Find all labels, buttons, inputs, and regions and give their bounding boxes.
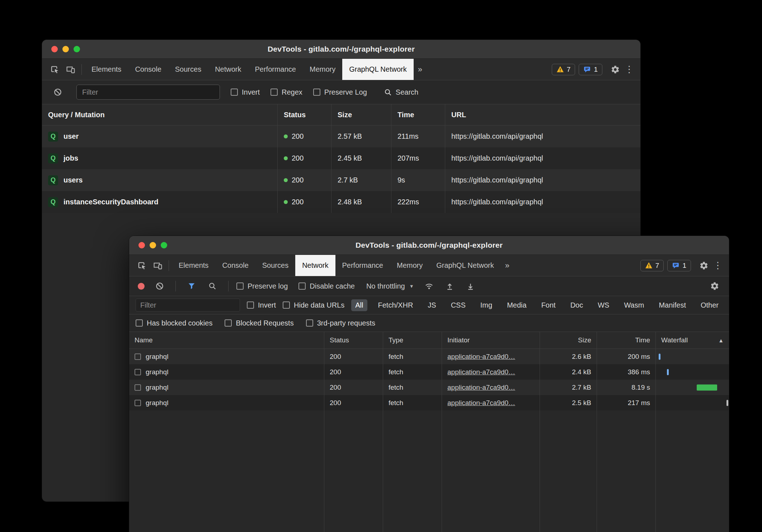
tab-network[interactable]: Network <box>295 255 335 276</box>
record-network-log-button[interactable] <box>138 283 145 290</box>
network-filter-input[interactable] <box>136 299 240 312</box>
row-checkbox[interactable] <box>135 369 141 375</box>
settings-gear-icon[interactable] <box>696 258 712 274</box>
table-header-row[interactable]: Query / Mutation Status Size Time URL <box>42 104 640 125</box>
device-toolbar-icon[interactable] <box>150 258 166 274</box>
preserve-log-checkbox[interactable]: Preserve log <box>236 282 288 290</box>
tab-performance[interactable]: Performance <box>248 59 303 80</box>
tab-console[interactable]: Console <box>128 59 168 80</box>
third-party-requests-checkbox[interactable]: 3rd-party requests <box>306 319 375 327</box>
col-status[interactable]: Status <box>277 104 331 125</box>
search-icon[interactable] <box>204 278 220 294</box>
tab-graphql-network[interactable]: GraphQL Network <box>429 255 500 276</box>
filter-type-img[interactable]: Img <box>476 299 496 311</box>
col-time[interactable]: Time <box>597 332 655 348</box>
disable-cache-checkbox[interactable]: Disable cache <box>298 282 355 290</box>
issues-badge[interactable]: 1 <box>667 260 691 271</box>
filter-type-font[interactable]: Font <box>537 299 560 311</box>
zoom-button[interactable] <box>161 242 167 248</box>
titlebar-back[interactable]: DevTools - gitlab.com/-/graphql-explorer <box>42 40 640 59</box>
tab-console[interactable]: Console <box>215 255 255 276</box>
col-query-mutation[interactable]: Query / Mutation <box>42 104 277 125</box>
kebab-menu-icon[interactable]: ⋮ <box>712 258 724 274</box>
initiator-link[interactable]: application-a7ca9d0… <box>447 399 515 407</box>
clear-network-log-icon[interactable] <box>152 278 168 294</box>
export-har-icon[interactable] <box>463 278 479 294</box>
filter-type-other[interactable]: Other <box>697 299 723 311</box>
import-har-icon[interactable] <box>442 278 458 294</box>
device-toolbar-icon[interactable] <box>63 62 79 77</box>
inspect-element-icon[interactable] <box>47 62 63 77</box>
col-size[interactable]: Size <box>540 332 597 348</box>
col-initiator[interactable]: Initiator <box>442 332 540 348</box>
filter-input[interactable] <box>76 85 220 100</box>
table-row[interactable]: graphql 200 fetch application-a7ca9d0… 2… <box>129 349 729 364</box>
invert-checkbox[interactable]: Invert <box>247 301 276 309</box>
filter-type-css[interactable]: CSS <box>447 299 470 311</box>
row-checkbox[interactable] <box>135 353 141 360</box>
filter-type-ws[interactable]: WS <box>594 299 613 311</box>
has-blocked-cookies-checkbox[interactable]: Has blocked cookies <box>136 319 212 327</box>
tab-graphql-network[interactable]: GraphQL Network <box>342 59 413 80</box>
invert-checkbox[interactable]: Invert <box>231 88 260 96</box>
tab-sources[interactable]: Sources <box>168 59 208 80</box>
blocked-requests-checkbox[interactable]: Blocked Requests <box>225 319 293 327</box>
minimize-button[interactable] <box>150 242 156 248</box>
minimize-button[interactable] <box>62 46 69 52</box>
search-button[interactable]: Search <box>384 88 418 96</box>
zoom-button[interactable] <box>74 46 80 52</box>
tab-performance[interactable]: Performance <box>335 255 390 276</box>
settings-gear-icon[interactable] <box>607 62 623 77</box>
table-row[interactable]: Q instanceSecurityDashboard 200 2.48 kB … <box>42 191 640 213</box>
tab-memory[interactable]: Memory <box>303 59 342 80</box>
close-button[interactable] <box>51 46 58 52</box>
filter-type-js[interactable]: JS <box>424 299 440 311</box>
more-tabs-icon[interactable]: » <box>501 261 514 270</box>
filter-type-fetch-xhr[interactable]: Fetch/XHR <box>374 299 417 311</box>
table-row[interactable]: graphql 200 fetch application-a7ca9d0… 2… <box>129 395 729 410</box>
tab-network[interactable]: Network <box>208 59 248 80</box>
col-time[interactable]: Time <box>391 104 445 125</box>
preserve-log-checkbox[interactable]: Preserve Log <box>313 88 367 96</box>
warnings-badge[interactable]: 7 <box>640 260 664 271</box>
col-waterfall[interactable]: Waterfall ▲ <box>655 332 729 348</box>
col-status[interactable]: Status <box>324 332 383 348</box>
tab-elements[interactable]: Elements <box>172 255 215 276</box>
initiator-link[interactable]: application-a7ca9d0… <box>447 353 515 361</box>
close-button[interactable] <box>138 242 145 248</box>
table-header-row[interactable]: Name Status Type Initiator Size Time Wat… <box>129 332 729 349</box>
throttling-dropdown[interactable]: No throttling ▼ <box>364 282 416 290</box>
col-size[interactable]: Size <box>331 104 391 125</box>
tab-elements[interactable]: Elements <box>85 59 128 80</box>
filter-type-all[interactable]: All <box>351 299 367 311</box>
network-conditions-icon[interactable] <box>421 278 437 294</box>
filter-type-doc[interactable]: Doc <box>566 299 587 311</box>
filter-funnel-icon[interactable] <box>184 278 199 294</box>
filter-type-media[interactable]: Media <box>503 299 530 311</box>
network-settings-gear-icon[interactable] <box>707 278 723 294</box>
initiator-link[interactable]: application-a7ca9d0… <box>447 368 515 376</box>
table-row[interactable]: Q user 200 2.57 kB 211ms https://gitlab.… <box>42 125 640 147</box>
table-row[interactable]: Q users 200 2.7 kB 9s https://gitlab.com… <box>42 169 640 191</box>
col-name[interactable]: Name <box>129 332 324 348</box>
hide-data-urls-checkbox[interactable]: Hide data URLs <box>283 301 344 309</box>
table-row[interactable]: Q jobs 200 2.45 kB 207ms https://gitlab.… <box>42 147 640 169</box>
more-tabs-icon[interactable]: » <box>414 65 427 74</box>
tab-memory[interactable]: Memory <box>390 255 429 276</box>
tab-sources[interactable]: Sources <box>255 255 295 276</box>
inspect-element-icon[interactable] <box>134 258 150 274</box>
warnings-badge[interactable]: 7 <box>552 64 575 75</box>
titlebar-front[interactable]: DevTools - gitlab.com/-/graphql-explorer <box>129 236 729 255</box>
regex-checkbox[interactable]: Regex <box>271 88 302 96</box>
col-type[interactable]: Type <box>383 332 442 348</box>
filter-type-manifest[interactable]: Manifest <box>655 299 690 311</box>
row-checkbox[interactable] <box>135 384 141 391</box>
kebab-menu-icon[interactable]: ⋮ <box>623 62 635 77</box>
col-url[interactable]: URL <box>445 104 640 125</box>
initiator-link[interactable]: application-a7ca9d0… <box>447 384 515 391</box>
filter-type-wasm[interactable]: Wasm <box>620 299 648 311</box>
table-row[interactable]: graphql 200 fetch application-a7ca9d0… 2… <box>129 364 729 380</box>
table-row[interactable]: graphql 200 fetch application-a7ca9d0… 2… <box>129 380 729 395</box>
row-checkbox[interactable] <box>135 400 141 406</box>
issues-badge[interactable]: 1 <box>579 64 602 75</box>
